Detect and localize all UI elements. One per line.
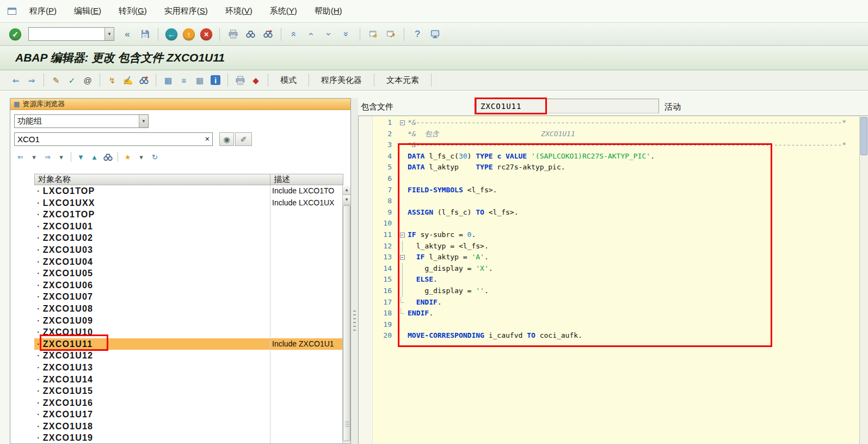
runtime-analysis-icon[interactable]: ◆	[249, 73, 263, 87]
text-elements-button[interactable]: 文本元素	[379, 73, 426, 87]
menu-item-P[interactable]: 程序(P)	[28, 4, 58, 17]
fold-toggle-icon[interactable]	[400, 255, 405, 260]
object-row-LXCO1UXX[interactable]: ▪LXCO1UXXInclude LXCO1UX	[10, 197, 343, 209]
back-arrow-icon[interactable]: ⇐	[9, 73, 23, 87]
clear-search-icon[interactable]: ×	[205, 135, 210, 143]
page-down-icon[interactable]: ›	[322, 27, 337, 42]
history-forward-menu-icon[interactable]: ▾	[55, 151, 67, 163]
code-line-5[interactable]: 5DATA l_aktyp TYPE rc27s-aktyp_pic.	[373, 162, 859, 173]
pattern-button[interactable]: 模式	[273, 73, 304, 87]
fold-toggle-icon[interactable]	[400, 233, 405, 238]
object-row-LXCO1TOP[interactable]: ▪LXCO1TOPInclude LXCO1TO	[10, 185, 343, 197]
object-row-ZXCO1U15[interactable]: ▪ZXCO1U15	[10, 385, 343, 397]
chevron-down-icon[interactable]: ▼	[104, 28, 114, 40]
code-line-12[interactable]: 12 l_aktyp = <l_fs>.	[373, 241, 859, 252]
code-line-4[interactable]: 4DATA l_fs_c(30) TYPE c VALUE '(SAPLCOKO…	[373, 151, 859, 162]
code-line-19[interactable]: 19	[373, 319, 859, 331]
code-line-8[interactable]: 8	[373, 196, 859, 207]
code-line-15[interactable]: 15 ELSE.	[373, 274, 859, 285]
object-row-ZXCO1U05[interactable]: ▪ZXCO1U05	[10, 267, 343, 279]
editor-scrollbar[interactable]	[859, 116, 868, 444]
menu-item-E[interactable]: 编辑(E)	[73, 4, 102, 17]
pretty-printer-button[interactable]: 程序美化器	[314, 73, 369, 87]
align-icon[interactable]: ≡	[177, 73, 191, 87]
column-header-description[interactable]: 描述	[270, 174, 343, 185]
help-icon[interactable]: ?	[410, 27, 425, 42]
code-line-16[interactable]: 16 g_display = ''.	[373, 285, 859, 297]
history-back-menu-icon[interactable]: ▾	[28, 151, 40, 163]
sap-window-icon[interactable]	[8, 8, 16, 15]
object-row-ZXCO1U10[interactable]: ▪ZXCO1U10	[10, 326, 343, 338]
back-icon[interactable]: ←	[164, 27, 179, 42]
code-line-20[interactable]: 20MOVE-CORRESPONDING i_caufvd TO coci_au…	[373, 330, 859, 342]
scroll-down-icon[interactable]: ▼	[343, 195, 350, 205]
code-line-7[interactable]: 7FIELD-SYMBOLS <l_fs>.	[373, 185, 859, 196]
object-row-ZXCO1U02[interactable]: ▪ZXCO1U02	[10, 232, 343, 244]
object-row-ZXCO1U18[interactable]: ▪ZXCO1U18	[10, 421, 343, 433]
fold-toggle-icon[interactable]	[400, 120, 405, 125]
code-line-1[interactable]: 1*&-------------------------------------…	[373, 117, 859, 129]
object-row-ZXCO1U11[interactable]: ▪ZXCO1U11Include ZXCO1U1	[10, 338, 343, 350]
menu-item-S[interactable]: 实用程序(S)	[163, 4, 209, 17]
where-used-icon[interactable]: ✍	[121, 73, 135, 87]
code-line-9[interactable]: 9ASSIGN (l_fs_c) TO <l_fs>.	[373, 207, 859, 218]
cancel-icon[interactable]: ×	[199, 27, 214, 42]
object-row-ZXCO1U03[interactable]: ▪ZXCO1U03	[10, 244, 343, 256]
object-row-ZXCO1U16[interactable]: ▪ZXCO1U16	[10, 397, 343, 409]
test-icon[interactable]: ↯	[105, 73, 119, 87]
find-icon[interactable]	[102, 151, 114, 163]
menu-item-Y[interactable]: 系统(Y)	[269, 4, 298, 17]
page-up-icon[interactable]: ‹	[304, 27, 319, 42]
sort-ascending-icon[interactable]: ▲	[88, 151, 101, 163]
object-row-ZXCO1U08[interactable]: ▪ZXCO1U08	[10, 303, 343, 315]
object-row-ZXCO1U19[interactable]: ▪ZXCO1U19	[10, 432, 343, 443]
favorites-icon[interactable]: ★	[121, 151, 134, 163]
object-row-ZXCO1U12[interactable]: ▪ZXCO1U12	[10, 350, 343, 362]
scrollbar-thumb[interactable]	[343, 205, 350, 441]
favorites-menu-icon[interactable]: ▾	[135, 151, 147, 163]
table-display-icon[interactable]: ▦	[193, 73, 207, 87]
pattern-tree-icon[interactable]: ▦	[161, 73, 175, 87]
chevron-down-icon[interactable]: ▼	[139, 115, 148, 127]
print-preview-icon[interactable]	[233, 73, 247, 87]
object-row-ZXCO1U04[interactable]: ▪ZXCO1U04	[10, 256, 343, 268]
object-row-ZXCO1U01[interactable]: ▪ZXCO1U01	[10, 221, 343, 233]
syntax-check-icon[interactable]: ✓	[65, 73, 79, 87]
column-header-object-name[interactable]: 对象名称	[34, 174, 270, 185]
search-options-icon[interactable]: ✐	[235, 132, 252, 146]
object-type-select[interactable]: 功能组 ▼	[14, 114, 149, 128]
code-line-18[interactable]: 18ENDIF.	[373, 308, 859, 319]
menu-item-V[interactable]: 环境(V)	[224, 4, 254, 17]
code-line-3[interactable]: 3*&-------------------------------------…	[373, 139, 859, 151]
refresh-icon[interactable]: ↻	[149, 151, 161, 163]
code-line-13[interactable]: 13 IF l_aktyp = 'A'.	[373, 252, 859, 263]
object-row-ZXCO1U07[interactable]: ▪ZXCO1U07	[10, 291, 343, 303]
object-row-ZXCO1U17[interactable]: ▪ZXCO1U17	[10, 409, 343, 421]
object-list-scrollbar[interactable]: ▲ ▼	[342, 185, 350, 443]
object-row-ZXCO1U13[interactable]: ▪ZXCO1U13	[10, 362, 343, 374]
first-page-icon[interactable]: «	[287, 27, 302, 42]
activate-icon[interactable]: @	[81, 73, 95, 87]
code-line-17[interactable]: 17 ENDIF.	[373, 297, 859, 308]
create-shortcut-icon[interactable]	[383, 27, 398, 42]
search-input[interactable]	[15, 133, 212, 145]
object-row-ZXCO1U14[interactable]: ▪ZXCO1U14	[10, 374, 343, 386]
menu-item-H[interactable]: 帮助(H)	[313, 4, 343, 17]
sort-descending-icon[interactable]: ▼	[75, 151, 87, 163]
exit-icon[interactable]: ↑	[181, 27, 196, 42]
print-icon[interactable]	[225, 27, 241, 42]
find-next-icon[interactable]	[260, 27, 275, 42]
layout-menu-icon[interactable]	[427, 27, 442, 42]
menu-item-G[interactable]: 转到(G)	[118, 4, 148, 17]
object-row-ZXCO1U09[interactable]: ▪ZXCO1U09	[10, 315, 343, 327]
search-help-icon[interactable]: ◉	[219, 132, 234, 146]
forward-arrow-icon[interactable]: ⇒	[24, 73, 39, 87]
code-line-2[interactable]: 2*& 包含 ZXCO1U11	[373, 129, 859, 140]
command-field-value[interactable]	[29, 28, 104, 40]
code-line-10[interactable]: 10	[373, 218, 859, 229]
command-field[interactable]: ▼	[28, 27, 114, 41]
enter-icon[interactable]: ✓	[8, 27, 23, 42]
collapse-command-icon[interactable]: «	[120, 27, 135, 42]
find-icon[interactable]	[243, 27, 258, 42]
code-line-11[interactable]: 11IF sy-subrc = 0.	[373, 229, 859, 241]
